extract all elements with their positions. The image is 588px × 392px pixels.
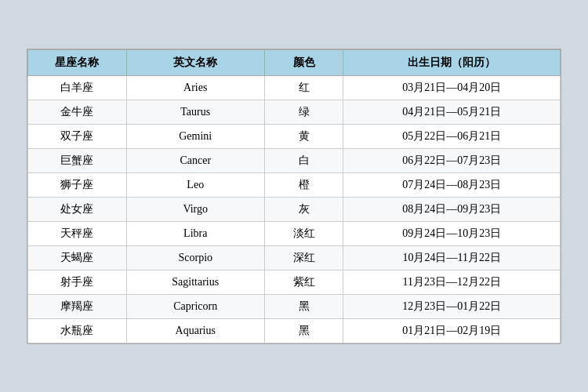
cell-en: Sagittarius	[126, 270, 264, 294]
cell-cn: 白羊座	[28, 75, 127, 100]
cell-cn: 处女座	[28, 197, 127, 221]
table-row: 巨蟹座Cancer白06月22日—07月23日	[28, 148, 561, 172]
table-row: 白羊座Aries红03月21日—04月20日	[28, 75, 561, 100]
cell-cn: 巨蟹座	[28, 148, 127, 172]
table-row: 处女座Virgo灰08月24日—09月23日	[28, 197, 561, 221]
header-en: 英文名称	[126, 49, 264, 75]
table-row: 狮子座Leo橙07月24日—08月23日	[28, 172, 561, 197]
cell-date: 07月24日—08月23日	[343, 172, 561, 197]
cell-date: 08月24日—09月23日	[343, 197, 561, 221]
cell-color: 红	[264, 75, 343, 100]
table-header-row: 星座名称 英文名称 颜色 出生日期（阳历）	[28, 49, 561, 75]
table-row: 双子座Gemini黄05月22日—06月21日	[28, 124, 561, 148]
cell-en: Virgo	[126, 197, 264, 221]
header-cn: 星座名称	[28, 49, 127, 75]
cell-color: 深红	[264, 245, 343, 270]
cell-date: 05月22日—06月21日	[343, 124, 561, 148]
cell-en: Aquarius	[126, 318, 264, 343]
cell-en: Aries	[126, 75, 264, 100]
cell-cn: 双子座	[28, 124, 127, 148]
cell-date: 10月24日—11月22日	[343, 245, 561, 270]
cell-cn: 水瓶座	[28, 318, 127, 343]
cell-cn: 摩羯座	[28, 294, 127, 318]
cell-date: 09月24日—10月23日	[343, 221, 561, 245]
cell-cn: 金牛座	[28, 100, 127, 124]
cell-en: Capricorn	[126, 294, 264, 318]
cell-en: Gemini	[126, 124, 264, 148]
table-row: 天蝎座Scorpio深红10月24日—11月22日	[28, 245, 561, 270]
cell-cn: 天蝎座	[28, 245, 127, 270]
cell-date: 03月21日—04月20日	[343, 75, 561, 100]
cell-date: 01月21日—02月19日	[343, 318, 561, 343]
header-date: 出生日期（阳历）	[343, 49, 561, 75]
cell-color: 灰	[264, 197, 343, 221]
zodiac-table: 星座名称 英文名称 颜色 出生日期（阳历） 白羊座Aries红03月21日—04…	[27, 49, 561, 343]
cell-cn: 狮子座	[28, 172, 127, 197]
cell-color: 白	[264, 148, 343, 172]
cell-date: 12月23日—01月22日	[343, 294, 561, 318]
cell-color: 黑	[264, 318, 343, 343]
cell-en: Scorpio	[126, 245, 264, 270]
table-row: 天秤座Libra淡红09月24日—10月23日	[28, 221, 561, 245]
cell-cn: 天秤座	[28, 221, 127, 245]
zodiac-table-wrapper: 星座名称 英文名称 颜色 出生日期（阳历） 白羊座Aries红03月21日—04…	[27, 49, 561, 344]
cell-en: Libra	[126, 221, 264, 245]
table-body: 白羊座Aries红03月21日—04月20日金牛座Taurus绿04月21日—0…	[28, 75, 561, 343]
cell-cn: 射手座	[28, 270, 127, 294]
cell-color: 绿	[264, 100, 343, 124]
cell-color: 淡红	[264, 221, 343, 245]
cell-date: 06月22日—07月23日	[343, 148, 561, 172]
cell-color: 黑	[264, 294, 343, 318]
cell-color: 紫红	[264, 270, 343, 294]
cell-color: 橙	[264, 172, 343, 197]
table-row: 摩羯座Capricorn黑12月23日—01月22日	[28, 294, 561, 318]
header-color: 颜色	[264, 49, 343, 75]
cell-en: Leo	[126, 172, 264, 197]
cell-date: 04月21日—05月21日	[343, 100, 561, 124]
cell-date: 11月23日—12月22日	[343, 270, 561, 294]
table-row: 水瓶座Aquarius黑01月21日—02月19日	[28, 318, 561, 343]
table-row: 射手座Sagittarius紫红11月23日—12月22日	[28, 270, 561, 294]
table-row: 金牛座Taurus绿04月21日—05月21日	[28, 100, 561, 124]
cell-en: Cancer	[126, 148, 264, 172]
cell-en: Taurus	[126, 100, 264, 124]
cell-color: 黄	[264, 124, 343, 148]
